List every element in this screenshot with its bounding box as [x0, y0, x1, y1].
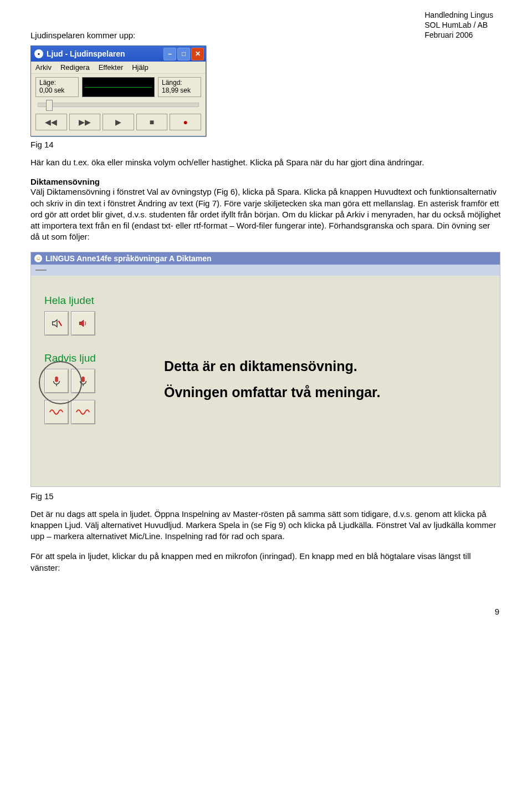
wave-icon [49, 408, 64, 416]
dictation-line-2: Övningen omfattar två meningar. [164, 379, 380, 406]
paragraph-2: Välj Diktamensövning i fönstret Val av ö… [30, 186, 502, 242]
length-label: Längd: [162, 79, 197, 87]
fig15-caption: Fig 15 [30, 491, 502, 501]
fig15-window: ☺ LINGUS Anne14fe språkövningar A Diktam… [30, 252, 500, 487]
page-number: 9 [30, 607, 502, 616]
length-readout: Längd: 18,99 sek [158, 77, 201, 97]
wave-right-button[interactable] [71, 400, 95, 424]
menubar: Arkiv Redigera Effekter Hjälp [31, 62, 206, 74]
menu-effekter[interactable]: Effekter [99, 63, 124, 72]
svg-rect-3 [81, 376, 85, 382]
hela-ljudet-label: Hela ljudet [44, 295, 96, 307]
paragraph-4: För att spela in ljudet, klickar du på k… [30, 551, 502, 573]
section-heading: Diktamensövning [30, 177, 502, 186]
speaker-icon [78, 318, 89, 329]
maximize-button[interactable]: □ [177, 48, 190, 60]
wave-icon [76, 408, 90, 416]
position-value: 0,00 sek [39, 87, 64, 94]
fig15-app-icon: ☺ [34, 255, 42, 262]
fig14-window: • Ljud - Ljudinspelaren – □ ✕ Arkiv Redi… [30, 45, 206, 136]
window-title: Ljud - Ljudinspelaren [47, 49, 125, 58]
minimize-button[interactable]: – [163, 48, 176, 60]
microphone-button-2[interactable] [71, 369, 95, 393]
wave-left-button[interactable] [44, 400, 69, 424]
doc-header: Handledning Lingus SOL HumLab / AB Febru… [424, 10, 493, 40]
speaker-button[interactable] [71, 311, 95, 336]
play-button[interactable]: ▶ [103, 114, 134, 130]
speaker-mute-icon [50, 317, 63, 329]
fastforward-button[interactable]: ▶▶ [69, 114, 101, 130]
paragraph-1: Här kan du t.ex. öka eller minska volym … [30, 157, 502, 168]
menu-redigera[interactable]: Redigera [60, 63, 90, 72]
app-icon: • [34, 49, 43, 58]
titlebar: • Ljud - Ljudinspelaren – □ ✕ [31, 46, 206, 62]
microphone-button[interactable] [44, 369, 69, 393]
svg-rect-1 [55, 376, 58, 382]
length-value: 18,99 sek [162, 87, 191, 94]
stop-button[interactable]: ■ [136, 114, 168, 130]
mute-button[interactable] [44, 311, 69, 336]
paragraph-3: Det är nu dags att spela in ljudet. Öppn… [30, 509, 502, 542]
dictation-line-1: Detta är en diktamensövning. [164, 353, 380, 380]
fig14-caption: Fig 14 [30, 140, 502, 149]
microphone-icon [77, 375, 89, 387]
fig15-titlebar: ☺ LINGUS Anne14fe språkövningar A Diktam… [31, 252, 500, 265]
radvis-ljud-label: Radvis ljud [44, 352, 96, 364]
menu-arkiv[interactable]: Arkiv [35, 63, 52, 72]
fig15-title-text: LINGUS Anne14fe språkövningar A Diktamen [45, 254, 212, 263]
seek-thumb[interactable] [46, 100, 53, 111]
fig15-menu-indicator [35, 270, 47, 271]
record-button[interactable]: ● [170, 114, 201, 130]
position-readout: Läge: 0,00 sek [35, 77, 79, 97]
dictation-area: Detta är en diktamensövning. Övningen om… [164, 353, 380, 406]
menu-hjalp[interactable]: Hjälp [132, 63, 149, 72]
header-line-3: Februari 2006 [424, 30, 493, 40]
microphone-icon [50, 375, 63, 387]
header-line-1: Handledning Lingus [424, 10, 493, 20]
position-label: Läge: [39, 79, 75, 87]
header-line-2: SOL HumLab / AB [424, 20, 493, 30]
waveform-display [82, 77, 155, 97]
close-button[interactable]: ✕ [191, 48, 204, 60]
rewind-button[interactable]: ◀◀ [35, 114, 67, 130]
fig15-menustrip [31, 265, 500, 276]
svg-line-0 [59, 321, 62, 326]
seek-slider[interactable] [38, 103, 199, 107]
